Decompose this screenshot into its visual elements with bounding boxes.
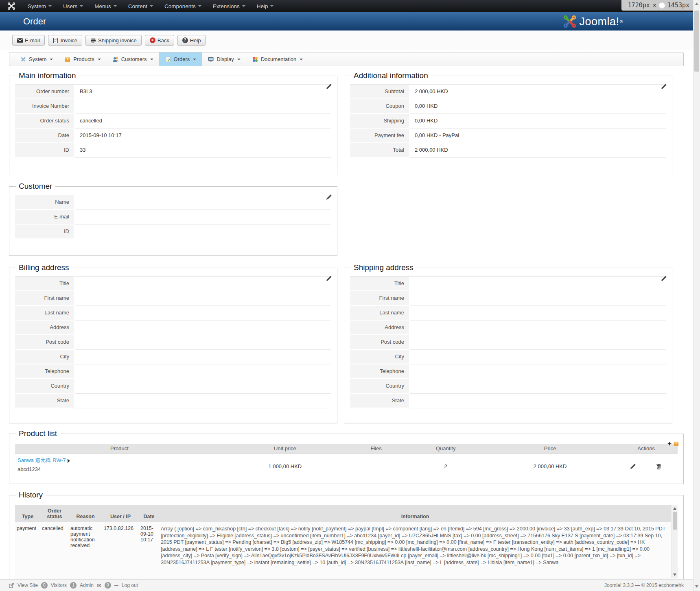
chevron-down-icon — [198, 5, 201, 7]
product-link[interactable]: Sanwa 還元粋 RW-7 — [18, 457, 66, 463]
field-row: ID33 — [15, 143, 331, 158]
chevron-down-icon — [237, 59, 241, 60]
scroll-up-icon[interactable] — [695, 2, 698, 5]
admin-menu-help[interactable]: Help — [251, 0, 280, 12]
field-row: City — [350, 350, 666, 364]
field-label: E-mail — [15, 210, 74, 225]
history-type: payment — [15, 522, 40, 569]
main-information-panel: Main information Order numberB3L3 Invoic… — [9, 71, 337, 175]
trash-icon[interactable] — [656, 463, 662, 469]
product-price: 2 000,00 HKD — [486, 454, 615, 479]
field-label: Telephone — [350, 364, 409, 379]
field-row: Last name — [15, 306, 331, 321]
email-button[interactable]: E-mail — [12, 35, 45, 46]
edit-pencil-icon[interactable] — [326, 83, 332, 89]
joomla-version-text: Joomla! 3.3.3 — © 2015 ecohomehk — [604, 582, 684, 588]
invoice-button[interactable]: Invoice — [48, 35, 82, 46]
messages-envelope-icon[interactable]: ✉ — [97, 582, 101, 589]
scroll-down-icon[interactable] — [695, 585, 698, 588]
admin-menu-content[interactable]: Content — [122, 0, 159, 12]
field-label: First name — [350, 291, 409, 306]
chevron-down-icon — [193, 59, 196, 60]
field-row: First name — [350, 291, 666, 306]
column-header: Files — [346, 444, 406, 453]
visitors-count-badge: 0 — [41, 582, 48, 589]
add-product-icon[interactable]: + — [667, 440, 672, 447]
page-title-bar: Order Joomla!® — [0, 12, 700, 31]
scrollbar-thumb[interactable] — [673, 512, 677, 530]
field-value: B3L3 — [75, 85, 331, 99]
back-button[interactable]: × Back — [145, 35, 174, 46]
envelope-icon — [17, 37, 23, 43]
admin-link[interactable]: Admin — [80, 582, 94, 588]
product-unit-price: 1 000,00 HKD — [224, 454, 346, 479]
view-site-icon — [9, 583, 14, 588]
joomla-logo-mark — [563, 15, 577, 28]
menu-label: Content — [128, 3, 147, 9]
field-label: Name — [15, 195, 74, 210]
history-scrollbar[interactable] — [672, 505, 678, 578]
menu-label: Display — [217, 56, 234, 62]
history-row: payment cancelled automatic payment noti… — [15, 522, 671, 569]
registered-mark: ® — [620, 20, 623, 24]
field-value — [410, 364, 666, 379]
field-value — [75, 306, 331, 321]
panel-legend: History — [16, 491, 46, 499]
edit-pencil-icon[interactable] — [661, 275, 667, 281]
field-label: Subtotal — [350, 85, 409, 99]
help-button[interactable]: ? Help — [177, 35, 206, 46]
edit-pencil-icon[interactable] — [326, 275, 332, 281]
browser-scrollbar[interactable] — [693, 0, 700, 591]
admin-menu-extensions[interactable]: Extensions — [207, 0, 251, 12]
column-header: Unit price — [224, 444, 346, 453]
field-value — [75, 291, 331, 306]
panel-legend: Product list — [16, 429, 60, 438]
field-label: Telephone — [15, 364, 74, 379]
scroll-up-icon[interactable] — [673, 507, 676, 510]
field-value — [410, 379, 666, 394]
edit-pencil-icon[interactable] — [326, 194, 332, 200]
column-header: User / IP — [102, 512, 139, 522]
field-value — [410, 291, 666, 306]
button-label: Help — [190, 37, 201, 44]
admin-count-badge: 1 — [70, 582, 77, 589]
menu-label: System — [29, 56, 46, 62]
menu-label: Help — [257, 3, 268, 9]
scroll-down-icon[interactable] — [673, 574, 676, 576]
field-value: 0,00 HKD - — [410, 114, 666, 129]
chevron-down-icon — [300, 59, 303, 60]
overlay-times: × — [653, 2, 656, 9]
field-value: 33 — [75, 143, 331, 158]
edit-pencil-icon[interactable] — [661, 83, 667, 89]
panel-legend: Shipping address — [351, 263, 416, 272]
admin-menu-components[interactable]: Components — [159, 0, 207, 12]
product-box-icon — [64, 56, 71, 63]
edit-pencil-icon[interactable] — [630, 463, 636, 469]
field-value: cancelled — [75, 114, 331, 129]
logout-link[interactable]: Log out — [122, 582, 138, 588]
chevron-down-icon — [150, 5, 153, 7]
hikashop-menu-display[interactable]: Display — [202, 52, 246, 66]
shipping-invoice-button[interactable]: Shipping invoice — [85, 35, 142, 46]
panel-legend: Billing address — [16, 263, 72, 272]
field-value: 2 000,00 HKD — [410, 143, 666, 158]
scrollbar-thumb[interactable] — [694, 11, 699, 72]
admin-menu-menus[interactable]: Menus — [89, 0, 122, 12]
product-quantity: 2 — [406, 454, 486, 479]
overlay-width: 1720px — [628, 2, 650, 9]
visitors-link[interactable]: Visitors — [51, 582, 67, 588]
admin-menu-system[interactable]: System — [22, 0, 57, 12]
chevron-down-icon — [242, 5, 245, 7]
admin-menu-users[interactable]: Users — [57, 0, 89, 12]
hikashop-menu-customers[interactable]: Customers — [107, 52, 159, 66]
hikashop-menu-orders[interactable]: Orders — [159, 52, 202, 66]
hikashop-menu-system[interactable]: System — [14, 52, 59, 66]
hikashop-menu-documentation[interactable]: Documentation — [246, 52, 308, 66]
product-box-icon[interactable] — [673, 441, 679, 447]
history-reason: automatic payment notification received — [69, 522, 102, 569]
view-site-link[interactable]: View Site — [18, 582, 38, 588]
field-row: Address — [350, 321, 666, 335]
field-row: Title — [350, 277, 666, 291]
chevron-down-icon — [80, 5, 83, 7]
hikashop-menu-products[interactable]: Products — [59, 52, 106, 66]
